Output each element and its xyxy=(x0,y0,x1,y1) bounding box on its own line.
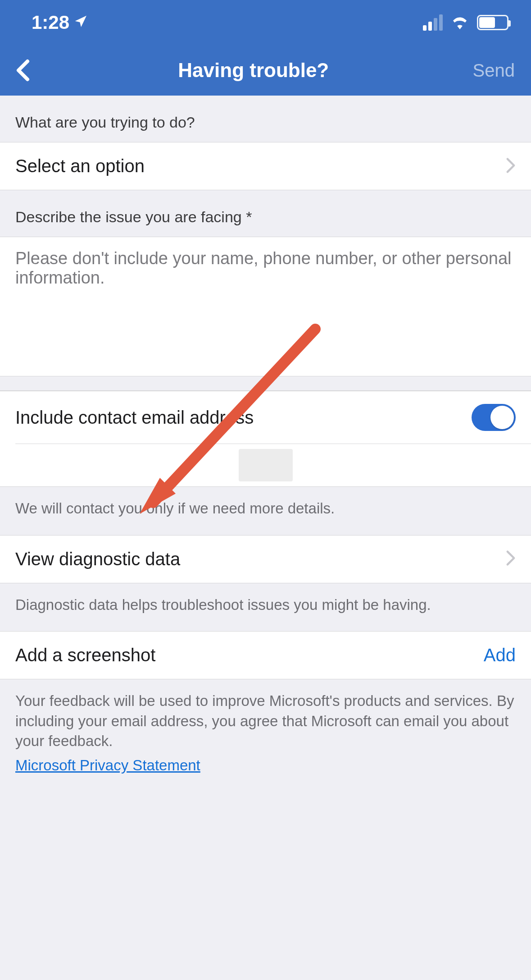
cellular-icon xyxy=(423,14,443,31)
send-button[interactable]: Send xyxy=(473,60,515,81)
page-title: Having trouble? xyxy=(178,59,329,82)
contact-toggle[interactable] xyxy=(472,404,516,431)
select-option-cell[interactable]: Select an option xyxy=(0,142,531,190)
select-option-label: Select an option xyxy=(15,156,145,176)
contact-note: We will contact you only if we need more… xyxy=(0,487,531,535)
screenshot-label: Add a screenshot xyxy=(15,645,155,665)
diagnostic-note: Diagnostic data helps troubleshoot issue… xyxy=(0,583,531,632)
feedback-disclaimer: Your feedback will be used to improve Mi… xyxy=(0,679,531,757)
issue-textarea[interactable] xyxy=(15,249,516,364)
screenshot-cell: Add a screenshot Add xyxy=(0,631,531,679)
privacy-link[interactable]: Microsoft Privacy Statement xyxy=(0,757,216,774)
status-time: 1:28 xyxy=(32,12,69,33)
diagnostic-label: View diagnostic data xyxy=(15,549,180,569)
contact-email-row[interactable] xyxy=(0,444,531,486)
location-icon xyxy=(74,12,88,33)
wifi-icon xyxy=(451,16,469,29)
nav-bar: Having trouble? Send xyxy=(0,45,531,96)
diagnostic-cell[interactable]: View diagnostic data xyxy=(0,535,531,583)
issue-textarea-cell[interactable] xyxy=(0,237,531,376)
chevron-right-icon xyxy=(506,550,516,568)
contact-toggle-row: Include contact email address xyxy=(0,391,531,444)
status-time-group: 1:28 xyxy=(32,12,88,33)
add-screenshot-button[interactable]: Add xyxy=(484,645,516,665)
contact-toggle-label: Include contact email address xyxy=(15,408,254,428)
back-button[interactable] xyxy=(16,58,34,83)
contact-email-value-redacted xyxy=(239,449,293,481)
battery-icon xyxy=(477,15,508,30)
issue-header: Describe the issue you are facing * xyxy=(0,190,531,237)
status-indicators xyxy=(423,14,508,31)
spacer xyxy=(0,376,531,391)
chevron-right-icon xyxy=(506,157,516,175)
contact-block: Include contact email address xyxy=(0,391,531,487)
option-header: What are you trying to do? xyxy=(0,96,531,142)
status-bar: 1:28 xyxy=(0,0,531,45)
